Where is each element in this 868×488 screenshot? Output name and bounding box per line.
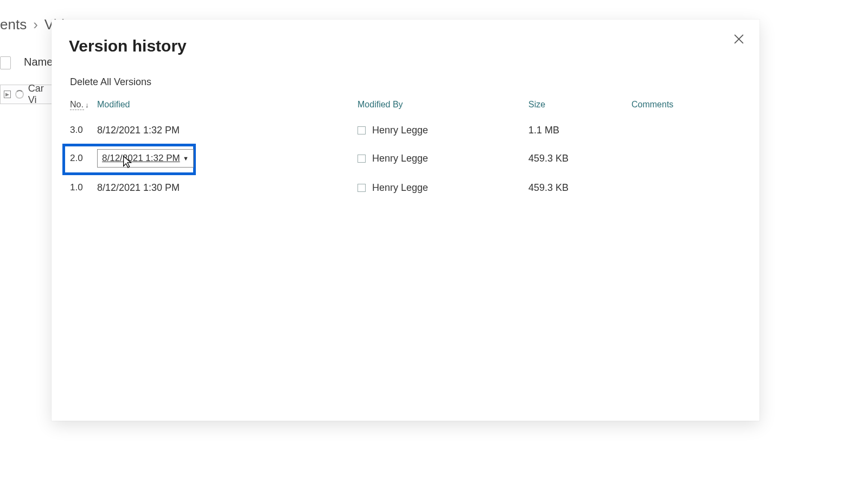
- versions-table: No. ↓ Modified Modified By Size Comments…: [70, 100, 743, 199]
- column-header-modified-by[interactable]: Modified By: [358, 100, 528, 110]
- version-number: 3.0: [70, 125, 97, 136]
- table-row[interactable]: 3.0 8/12/2021 1:32 PM Henry Legge 1.1 MB: [70, 119, 743, 142]
- loading-icon: [15, 90, 23, 99]
- breadcrumb-part[interactable]: ents: [0, 16, 27, 33]
- modified-date[interactable]: 8/12/2021 1:30 PM: [97, 182, 358, 194]
- user-presence-icon: [358, 126, 366, 134]
- file-size: 1.1 MB: [528, 125, 631, 136]
- file-size: 459.3 KB: [528, 153, 631, 164]
- modified-by-name: Henry Legge: [372, 125, 428, 136]
- column-header-comments[interactable]: Comments: [631, 100, 743, 110]
- modified-date[interactable]: 8/12/2021 1:32 PM: [97, 125, 358, 136]
- user-presence-icon: [358, 155, 366, 163]
- version-history-dialog: Version history Delete All Versions No. …: [52, 20, 760, 421]
- modified-by-name: Henry Legge: [372, 153, 428, 164]
- column-header-name[interactable]: Name: [24, 56, 53, 68]
- modified-date: 8/12/2021 1:32 PM: [102, 153, 180, 164]
- file-row[interactable]: ▶ Car Vi: [0, 85, 54, 104]
- close-button[interactable]: [729, 29, 749, 49]
- table-headers: No. ↓ Modified Modified By Size Comments: [70, 100, 743, 113]
- column-header-modified[interactable]: Modified: [97, 100, 358, 110]
- file-icon: [0, 56, 11, 69]
- chevron-right-icon: ›: [33, 16, 38, 33]
- version-number: 1.0: [70, 182, 97, 193]
- close-icon: [734, 34, 744, 44]
- delete-all-versions-link[interactable]: Delete All Versions: [70, 76, 151, 88]
- file-size: 459.3 KB: [528, 182, 631, 194]
- play-icon: ▶: [4, 91, 11, 98]
- column-header-size[interactable]: Size: [528, 100, 631, 110]
- sort-descending-icon: ↓: [85, 101, 89, 109]
- dialog-title: Version history: [69, 37, 187, 55]
- file-name: Car Vi: [28, 83, 54, 106]
- table-row[interactable]: 1.0 8/12/2021 1:30 PM Henry Legge 459.3 …: [70, 176, 743, 199]
- chevron-down-icon: ▼: [183, 155, 189, 162]
- modified-by-name: Henry Legge: [372, 182, 428, 194]
- column-header-no[interactable]: No. ↓: [70, 100, 97, 110]
- user-presence-icon: [358, 184, 366, 192]
- column-header-no-label: No.: [70, 100, 84, 110]
- version-number: 2.0: [70, 153, 97, 164]
- table-row[interactable]: 2.0 8/12/2021 1:32 PM ▼: [70, 147, 743, 170]
- version-dropdown[interactable]: 8/12/2021 1:32 PM ▼: [97, 149, 194, 168]
